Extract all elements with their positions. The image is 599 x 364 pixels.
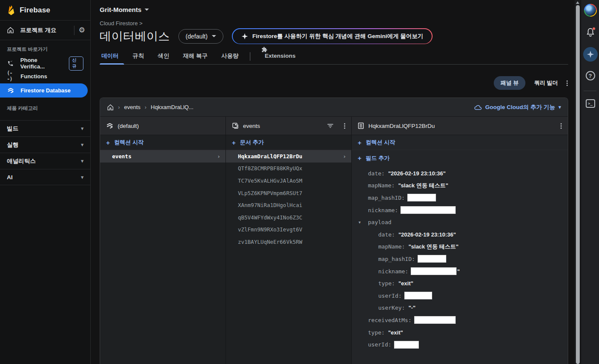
vertical-scrollbar[interactable] bbox=[575, 0, 581, 364]
field-row-type[interactable]: type:"exit" bbox=[352, 326, 568, 339]
sidebar-item-phone-verification[interactable]: Phone Verifica... 신규 bbox=[0, 57, 90, 70]
add-document-button[interactable]: + 문서 추가 bbox=[226, 135, 351, 150]
collection-menu-icon[interactable] bbox=[344, 123, 345, 129]
redacted-value bbox=[411, 267, 457, 275]
add-document-label: 문서 추가 bbox=[240, 139, 264, 146]
tab-2[interactable]: 색인 bbox=[151, 52, 176, 64]
sidebar-item-project-overview[interactable]: 프로젝트 개요 ⚙ bbox=[0, 21, 90, 40]
field-row-userKey[interactable]: userKey:"-" bbox=[352, 302, 568, 314]
chevron-down-icon bbox=[212, 35, 216, 37]
chevron-down-icon bbox=[145, 9, 149, 11]
redacted-value bbox=[407, 194, 436, 201]
page-title: 데이터베이스 bbox=[100, 29, 170, 44]
more-options-icon[interactable] bbox=[566, 80, 568, 86]
functions-icon: (--) bbox=[7, 70, 15, 82]
new-badge: 신규 bbox=[69, 56, 83, 71]
field-row-type[interactable]: type:"exit" bbox=[352, 277, 568, 290]
project-switcher[interactable]: Grit-Moments bbox=[91, 0, 575, 13]
filter-icon[interactable] bbox=[327, 123, 334, 129]
database-select[interactable]: (default) bbox=[178, 29, 223, 44]
document-row[interactable]: qB5V4WFYdWxy4INo6Z3C bbox=[226, 211, 351, 224]
path-segment-document[interactable]: HqkxamDraLlQ... bbox=[151, 104, 193, 110]
left-sidebar: Firebase 프로젝트 개요 ⚙ 프로젝트 바로가기 Phone Verif… bbox=[0, 0, 91, 364]
field-row-date[interactable]: date:"2026-02-19 23:10:36" bbox=[352, 228, 568, 241]
tab-0[interactable]: 데이터 bbox=[100, 52, 126, 64]
plus-icon: + bbox=[358, 154, 362, 162]
settings-gear-icon[interactable]: ⚙ bbox=[79, 26, 85, 35]
database-select-value: (default) bbox=[186, 33, 208, 40]
start-collection-button-doc[interactable]: + 컬렉션 시작 bbox=[352, 135, 568, 150]
field-key: userKey: bbox=[378, 305, 405, 311]
field-row-map_hashID[interactable]: map_hashID: bbox=[352, 192, 568, 204]
document-row[interactable]: HqkxamDraLlQFP12BrDu› bbox=[226, 150, 351, 163]
field-row-map_hashID[interactable]: map_hashID: bbox=[352, 253, 568, 265]
tab-1[interactable]: 규칙 bbox=[126, 52, 151, 64]
document-row[interactable]: VLp5Z6KPNPVmpm6RSUt7 bbox=[226, 187, 351, 199]
fields-list: date:"2026-02-19 23:10:36"mapName:"slack… bbox=[352, 166, 568, 351]
start-collection-button[interactable]: + 컬렉션 시작 bbox=[100, 135, 225, 150]
tab-4[interactable]: 사용량 bbox=[214, 52, 246, 64]
shortcuts-section-label: 프로젝트 바로가기 bbox=[0, 40, 90, 57]
project-name: Grit-Moments bbox=[100, 6, 142, 13]
field-row-nickname[interactable]: nickname: bbox=[352, 204, 568, 216]
path-segment-collection[interactable]: events bbox=[124, 104, 140, 110]
document-row[interactable]: QTf8Z8CMRPBF88KRyUQx bbox=[226, 163, 351, 175]
redacted-value bbox=[418, 255, 446, 263]
sidebar-item-label: Functions bbox=[21, 73, 47, 80]
add-field-button[interactable]: + 필드 추가 bbox=[352, 150, 568, 166]
firebase-logo[interactable]: Firebase bbox=[0, 0, 90, 21]
help-icon[interactable]: ? bbox=[581, 71, 599, 80]
field-key: date: bbox=[378, 231, 395, 238]
firestore-data-panel: › events › HqkxamDraLlQ... Google Cloud의… bbox=[100, 98, 568, 364]
collection-row[interactable]: events› bbox=[100, 150, 225, 163]
sidebar-item-label: Phone Verifica... bbox=[21, 57, 62, 70]
redacted-value bbox=[414, 316, 456, 324]
field-key: payload bbox=[368, 219, 391, 225]
gemini-banner[interactable]: Firestore를 사용하기 위한 핵심 개념에 관해 Gemini에게 물어… bbox=[232, 28, 433, 44]
panel-view-button[interactable]: 패널 뷰 bbox=[494, 76, 526, 90]
scrollbar-thumb[interactable] bbox=[576, 5, 580, 364]
field-row-date[interactable]: date:"2026-02-19 23:10:36" bbox=[352, 167, 568, 180]
gemini-spark-icon bbox=[241, 33, 248, 40]
collapse-arrow-icon[interactable]: ▾ bbox=[359, 220, 368, 225]
scrollbar-up-arrow[interactable] bbox=[576, 1, 579, 4]
account-avatar[interactable] bbox=[581, 4, 599, 17]
sidebar-category-1[interactable]: 실행▾ bbox=[0, 136, 90, 153]
document-row[interactable]: vZlFmn9N9RXo3Ievgt6V bbox=[226, 224, 351, 236]
sidebar-category-3[interactable]: AI▾ bbox=[0, 169, 90, 185]
tab-label: 규칙 bbox=[133, 53, 144, 59]
field-row-payload[interactable]: ▾payload bbox=[352, 216, 568, 228]
breadcrumb[interactable]: Cloud Firestore > bbox=[100, 20, 575, 27]
query-builder-button[interactable]: 쿼리 빌더 bbox=[534, 79, 558, 87]
root-home-icon[interactable] bbox=[107, 104, 114, 111]
document-row[interactable]: TC7Ve5KvALHGvJAlAoSM bbox=[226, 175, 351, 187]
cloud-icon bbox=[474, 104, 482, 110]
rail-divider bbox=[584, 91, 596, 91]
document-row[interactable]: XAnm97NiRa1DHgolHcai bbox=[226, 199, 351, 211]
notifications-bell-icon[interactable] bbox=[581, 27, 599, 37]
sidebar-item-firestore-database[interactable]: Firestore Database bbox=[0, 83, 88, 98]
field-row-userId[interactable]: userId: bbox=[352, 338, 568, 351]
field-row-mapName[interactable]: mapName:"slack 연동 테스트" bbox=[352, 241, 568, 253]
tab-3[interactable]: 재해 복구 bbox=[176, 52, 215, 64]
tab-bar: 데이터규칙색인재해 복구사용량Extensions bbox=[100, 52, 568, 65]
chevron-down-icon: ▾ bbox=[558, 104, 561, 110]
field-row-receivedAtMs[interactable]: receivedAtMs: bbox=[352, 314, 568, 326]
redacted-value bbox=[400, 206, 456, 214]
document-menu-icon[interactable] bbox=[560, 123, 562, 129]
sidebar-item-functions[interactable]: (--) Functions bbox=[0, 70, 90, 83]
field-row-mapName[interactable]: mapName:"slack 연동 테스트" bbox=[352, 180, 568, 192]
document-row[interactable]: zv1BAYLUqNeEr66Vk5RW bbox=[226, 236, 351, 248]
field-row-userId[interactable]: userId: bbox=[352, 290, 568, 302]
gemini-assistant-icon[interactable] bbox=[581, 47, 599, 62]
chevron-right-icon: › bbox=[145, 104, 146, 110]
terminal-icon[interactable]: >_ bbox=[581, 99, 599, 108]
sidebar-category-2[interactable]: 애널리틱스▾ bbox=[0, 153, 90, 169]
right-rail: ? >_ bbox=[581, 0, 599, 364]
document-column: HqkxamDraLlQFP12BrDu + 컬렉션 시작 + 필드 추가 da… bbox=[352, 117, 568, 364]
tab-5[interactable]: Extensions bbox=[255, 47, 302, 64]
google-cloud-link[interactable]: Google Cloud의 추가 기능 ▾ bbox=[474, 104, 561, 111]
field-row-nickname[interactable]: nickname:" bbox=[352, 265, 568, 278]
sidebar-category-0[interactable]: 빌드▾ bbox=[0, 120, 90, 136]
field-value: "slack 연동 테스트" bbox=[409, 243, 459, 251]
